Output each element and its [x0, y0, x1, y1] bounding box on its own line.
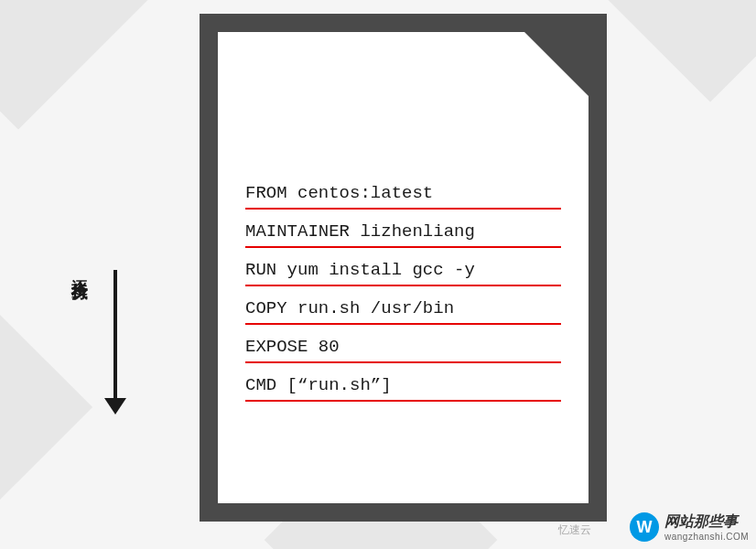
document-page: FROM centos:latest MAINTAINER lizhenlian… [218, 32, 589, 503]
watermark-url: wangzhanshi.COM [664, 532, 749, 542]
document-frame: FROM centos:latest MAINTAINER lizhenlian… [200, 14, 607, 522]
watermark-text-group: 网站那些事 wangzhanshi.COM [664, 512, 749, 542]
arrow-caption: 逐步执行 [69, 265, 91, 273]
page-fold-icon [524, 32, 589, 96]
code-line-cmd: CMD [“run.sh”] [245, 371, 561, 402]
bg-decoration [581, 0, 756, 102]
code-line-from: FROM centos:latest [245, 178, 561, 210]
arrow-head-icon [104, 398, 126, 414]
dockerfile-content: FROM centos:latest MAINTAINER lizhenlian… [245, 178, 561, 409]
code-line-run: RUN yum install gcc -y [245, 255, 561, 286]
code-line-maintainer: MAINTAINER lizhenliang [245, 217, 561, 248]
credit-text: 忆速云 [558, 522, 591, 538]
bg-decoration [0, 310, 92, 504]
watermark: W 网站那些事 wangzhanshi.COM [630, 512, 749, 542]
execution-arrow-label: 逐步执行 [69, 265, 91, 273]
code-line-copy: COPY run.sh /usr/bin [245, 294, 561, 325]
arrow-shaft-icon [113, 270, 117, 403]
watermark-logo-icon: W [630, 512, 659, 542]
code-line-expose: EXPOSE 80 [245, 332, 561, 363]
bg-decoration [0, 0, 147, 129]
watermark-title: 网站那些事 [664, 512, 738, 532]
